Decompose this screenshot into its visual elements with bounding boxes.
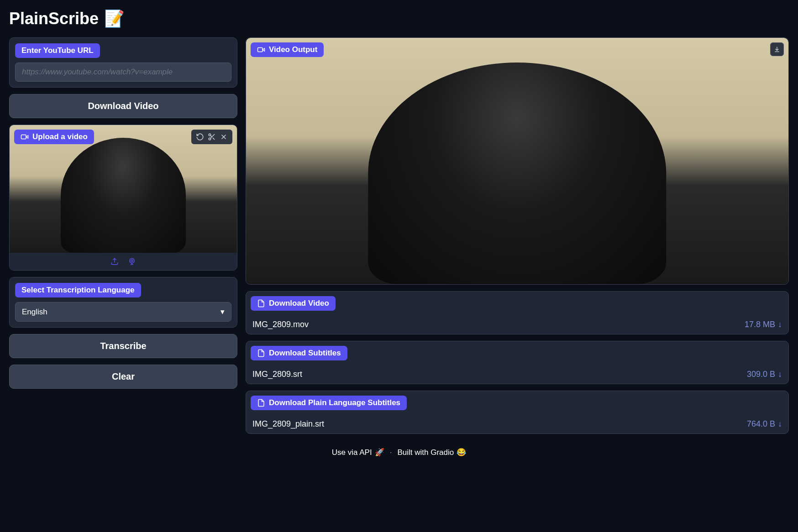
download-video-file-panel: Download Video IMG_2809.mov 17.8 MB ↓	[246, 291, 789, 334]
svg-line-6	[210, 136, 212, 137]
download-output-icon[interactable]	[770, 42, 784, 56]
download-arrow-icon: ↓	[778, 370, 782, 379]
download-video-button[interactable]: Download Video	[9, 94, 237, 118]
video-content-placeholder	[368, 63, 666, 284]
download-subtitles-file-panel: Download Subtitles IMG_2809.srt 309.0 B …	[246, 341, 789, 384]
clear-button[interactable]: Clear	[9, 365, 237, 389]
svg-point-10	[130, 258, 135, 263]
scissors-icon[interactable]	[207, 132, 217, 142]
download-plain--subtitles-file-row[interactable]: IMG_2809_plain.srt 764.0 B ↓	[246, 415, 788, 433]
left-column: Enter YouTube URL Download Video Upload …	[9, 37, 237, 434]
video-output-label: Video Output	[251, 42, 324, 57]
document-emoji-icon: 📝	[104, 9, 125, 28]
video-upload-preview[interactable]	[10, 125, 237, 253]
download-subtitles-file-row[interactable]: IMG_2809.srt 309.0 B ↓	[246, 365, 788, 384]
main-container: Enter YouTube URL Download Video Upload …	[9, 37, 789, 434]
download-video-file-label: Download Video	[251, 296, 336, 311]
right-column: Video Output Download Video IMG_2809.mov…	[246, 37, 789, 434]
dl-video-size: 17.8 MB ↓	[745, 320, 782, 329]
footer-separator: ·	[390, 448, 392, 457]
svg-line-5	[213, 138, 215, 140]
video-output-panel: Video Output	[246, 37, 789, 285]
language-select[interactable]: English ▾	[15, 302, 231, 322]
dl-srt-size: 309.0 B ↓	[747, 370, 782, 379]
dl-plain-label-text: Download Plain Language Subtitles	[269, 398, 400, 407]
svg-point-3	[209, 138, 211, 140]
dl-srt-size-text: 309.0 B	[747, 370, 775, 379]
download-arrow-icon: ↓	[778, 419, 782, 429]
svg-point-11	[131, 260, 133, 262]
upload-file-icon[interactable]	[110, 257, 119, 266]
language-select-panel: Select Transcription Language English ▾	[9, 277, 237, 328]
url-label-text: Enter YouTube URL	[21, 46, 94, 55]
youtube-url-input[interactable]	[15, 63, 231, 82]
download-plain-subtitles-file-label: Download Plain Language Subtitles	[251, 396, 407, 410]
upload-label-text: Upload a video	[32, 132, 88, 141]
api-link-text: Use via API	[332, 448, 372, 457]
video-output-label-text: Video Output	[269, 45, 317, 54]
upload-video-label: Upload a video	[14, 130, 94, 144]
dl-plain-size-text: 764.0 B	[747, 419, 775, 429]
dl-video-label-text: Download Video	[269, 299, 329, 308]
chevron-down-icon: ▾	[220, 307, 225, 317]
video-source-toolbar	[10, 253, 237, 270]
dl-video-size-text: 17.8 MB	[745, 320, 775, 329]
built-with-gradio-link[interactable]: Built with Gradio 😂	[397, 448, 466, 457]
video-output-preview[interactable]	[246, 38, 788, 284]
gradio-link-text: Built with Gradio	[397, 448, 454, 457]
file-icon	[257, 349, 265, 357]
dl-video-filename: IMG_2809.mov	[252, 320, 309, 329]
dl-srt-filename: IMG_2809.srt	[252, 370, 302, 379]
download-arrow-icon: ↓	[778, 320, 782, 329]
dl-plain-filename: IMG_2809_plain.srt	[252, 419, 324, 429]
app-title-text: PlainScribe	[9, 9, 99, 28]
rocket-icon: 🚀	[375, 448, 384, 457]
dl-srt-label-text: Download Subtitles	[269, 349, 341, 358]
video-content-placeholder	[61, 138, 186, 253]
video-camera-icon	[21, 133, 29, 141]
webcam-icon[interactable]	[128, 257, 136, 266]
video-camera-icon	[257, 46, 265, 54]
file-icon	[257, 299, 265, 308]
svg-rect-14	[258, 48, 263, 52]
svg-rect-0	[21, 135, 26, 139]
language-select-label: Select Transcription Language	[15, 283, 141, 297]
download-plain-subtitles-file-panel: Download Plain Language Subtitles IMG_28…	[246, 391, 789, 434]
language-selected-value: English	[22, 308, 47, 317]
download-video-file-row[interactable]: IMG_2809.mov 17.8 MB ↓	[246, 315, 788, 334]
close-icon[interactable]	[219, 132, 229, 142]
video-edit-toolbar	[191, 130, 232, 144]
language-label-text: Select Transcription Language	[21, 286, 135, 295]
dl-plain-size: 764.0 B ↓	[747, 419, 782, 429]
transcribe-button[interactable]: Transcribe	[9, 334, 237, 358]
app-title: PlainScribe 📝	[9, 9, 789, 28]
gradio-logo-icon: 😂	[457, 448, 466, 457]
undo-icon[interactable]	[195, 132, 205, 142]
download-subtitles-file-label: Download Subtitles	[251, 346, 347, 360]
url-input-panel: Enter YouTube URL	[9, 37, 237, 88]
footer: Use via API 🚀 · Built with Gradio 😂	[9, 448, 789, 457]
svg-point-2	[209, 134, 211, 136]
file-icon	[257, 399, 265, 407]
video-upload-panel: Upload a video	[9, 125, 237, 271]
url-input-label: Enter YouTube URL	[15, 43, 100, 58]
use-via-api-link[interactable]: Use via API 🚀	[332, 448, 384, 457]
